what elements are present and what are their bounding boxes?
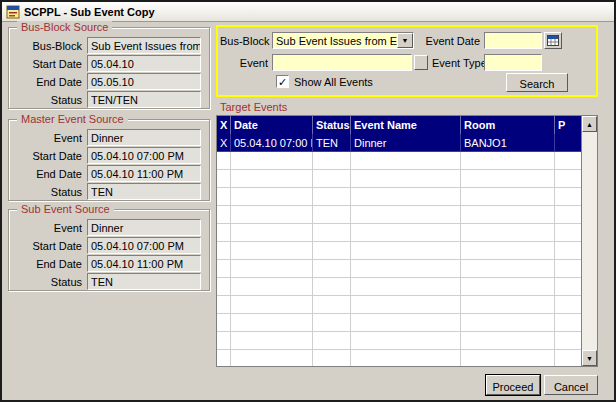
scroll-up-button[interactable]: ▲ (582, 116, 597, 132)
master-event-source-group: Master Event Source Event Dinner Start D… (8, 119, 210, 201)
cell-date: 05.04.10 07:00 PM (231, 134, 313, 152)
status-display: TEN (87, 183, 201, 200)
event-display: Dinner (87, 129, 201, 146)
field-row: Start Date 05.04.10 (11, 55, 207, 72)
search-panel: Bus-Block Sub Event Issues from EAME ▼ E… (216, 25, 598, 97)
field-row: Status TEN (11, 273, 207, 290)
event-label: Event (11, 132, 87, 144)
status-label: Status (11, 186, 87, 198)
cell-room: BANJO1 (461, 134, 555, 152)
show-all-events-checkbox[interactable]: ✓ (276, 75, 289, 88)
table-row-empty[interactable] (217, 188, 581, 206)
master-event-source-title: Master Event Source (17, 113, 128, 125)
calendar-button[interactable] (544, 32, 562, 49)
search-button[interactable]: Search (506, 73, 568, 92)
sub-event-source-group: Sub Event Source Event Dinner Start Date… (8, 209, 210, 291)
table-row-empty[interactable] (217, 170, 581, 188)
column-header-p: P (555, 116, 581, 134)
end-date-display: 05.04.10 11:00 PM (87, 165, 201, 182)
status-label: Status (11, 276, 87, 288)
end-date-display: 05.05.10 (87, 73, 201, 90)
event-input[interactable] (272, 54, 412, 71)
column-header-date: Date (231, 116, 313, 134)
proceed-button[interactable]: Proceed (486, 375, 540, 395)
table-row-empty[interactable] (217, 260, 581, 278)
cancel-button[interactable]: Cancel (544, 375, 598, 395)
bus-block-combo-value: Sub Event Issues from EAME (273, 33, 413, 47)
event-display: Dinner (87, 219, 201, 236)
field-row: Bus-Block Sub Event Issues from EAM (11, 37, 207, 54)
event-lov-button[interactable] (414, 55, 428, 70)
search-event-label: Event (220, 55, 268, 69)
bus-block-source-title: Bus-Block Source (17, 21, 112, 33)
end-date-label: End Date (11, 258, 87, 270)
table-row-empty[interactable] (217, 278, 581, 296)
column-header-event-name: Event Name (351, 116, 461, 134)
event-type-label: Event Type (432, 55, 480, 69)
sub-event-source-title: Sub Event Source (17, 203, 114, 215)
status-display: TEN (87, 273, 201, 290)
title-bar[interactable]: SCPPL - Sub Event Copy (2, 2, 614, 22)
status-display: TEN/TEN (87, 91, 201, 108)
calendar-icon (547, 35, 559, 46)
app-icon (6, 5, 20, 19)
bus-block-display: Sub Event Issues from EAM (87, 37, 201, 54)
window-title: SCPPL - Sub Event Copy (24, 6, 155, 18)
cell-x: X (217, 134, 231, 152)
event-date-label: Event Date (414, 33, 480, 47)
table-row-empty[interactable] (217, 296, 581, 314)
event-type-input[interactable] (484, 54, 542, 71)
table-row-empty[interactable] (217, 350, 581, 366)
target-events-title: Target Events (220, 101, 287, 113)
table-row-empty[interactable] (217, 242, 581, 260)
checkmark-icon: ✓ (278, 76, 287, 88)
target-events-table: X Date Status Event Name Room P X 05.04.… (216, 115, 598, 367)
column-header-room: Room (461, 116, 555, 134)
field-row: End Date 05.04.10 11:00 PM (11, 165, 207, 182)
cell-status: TEN (313, 134, 351, 152)
table-scrollbar[interactable]: ▲ ▼ (581, 116, 597, 366)
end-date-label: End Date (11, 168, 87, 180)
field-row: Event Dinner (11, 219, 207, 236)
field-row: Start Date 05.04.10 07:00 PM (11, 147, 207, 164)
table-row-empty[interactable] (217, 314, 581, 332)
table-row-empty[interactable] (217, 224, 581, 242)
bus-block-source-group: Bus-Block Source Bus-Block Sub Event Iss… (8, 27, 210, 109)
field-row: End Date 05.05.10 (11, 73, 207, 90)
table-row-empty[interactable] (217, 152, 581, 170)
status-label: Status (11, 94, 87, 106)
window: SCPPL - Sub Event Copy Bus-Block Source … (0, 0, 616, 402)
cell-p (555, 134, 581, 152)
column-header-x: X (217, 116, 231, 134)
field-row: Event Dinner (11, 129, 207, 146)
field-row: End Date 05.04.10 11:00 PM (11, 255, 207, 272)
cell-event-name: Dinner (351, 134, 461, 152)
column-header-status: Status (313, 116, 351, 134)
start-date-display: 05.04.10 07:00 PM (87, 147, 201, 164)
show-all-events-label: Show All Events (294, 76, 373, 88)
start-date-label: Start Date (11, 240, 87, 252)
bus-block-combo[interactable]: Sub Event Issues from EAME ▼ (272, 32, 414, 49)
start-date-display: 05.04.10 (87, 55, 201, 72)
table-row-empty[interactable] (217, 332, 581, 350)
table-row-empty[interactable] (217, 206, 581, 224)
event-label: Event (11, 222, 87, 234)
table-header: X Date Status Event Name Room P (217, 116, 581, 134)
end-date-display: 05.04.10 11:00 PM (87, 255, 201, 272)
field-row: Status TEN (11, 183, 207, 200)
start-date-label: Start Date (11, 58, 87, 70)
scroll-down-button[interactable]: ▼ (582, 350, 597, 366)
chevron-down-icon[interactable]: ▼ (397, 33, 413, 48)
start-date-label: Start Date (11, 150, 87, 162)
field-row: Start Date 05.04.10 07:00 PM (11, 237, 207, 254)
bus-block-label: Bus-Block (11, 40, 87, 52)
event-date-input[interactable] (484, 32, 542, 49)
field-row: Status TEN/TEN (11, 91, 207, 108)
table-row-selected[interactable]: X 05.04.10 07:00 PM TEN Dinner BANJO1 (217, 134, 581, 152)
client-area: Bus-Block Source Bus-Block Sub Event Iss… (2, 23, 614, 400)
start-date-display: 05.04.10 07:00 PM (87, 237, 201, 254)
search-bus-block-label: Bus-Block (220, 33, 268, 47)
end-date-label: End Date (11, 76, 87, 88)
table-body: X 05.04.10 07:00 PM TEN Dinner BANJO1 (217, 134, 581, 366)
